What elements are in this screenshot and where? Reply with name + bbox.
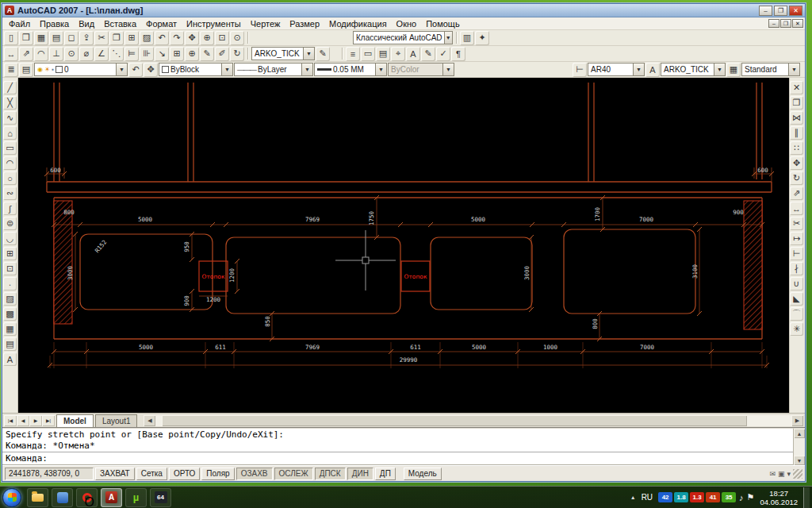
gradient-icon[interactable]: ▩ xyxy=(3,307,17,321)
construction-line-icon[interactable]: ╳ xyxy=(3,96,17,110)
workspace-settings-icon[interactable]: ✦ xyxy=(475,31,489,45)
insert-block-icon[interactable]: ⊞ xyxy=(3,247,17,260)
blue-app-taskbar-button[interactable] xyxy=(52,488,73,507)
break-icon[interactable]: ∤ xyxy=(790,262,803,275)
plot-preview-icon[interactable]: ◻ xyxy=(64,31,79,45)
status-menu-icon[interactable]: ▾ xyxy=(787,470,791,478)
volume-icon[interactable]: ♪ xyxy=(739,493,744,502)
zoom-window-icon[interactable]: ⊡ xyxy=(215,31,229,45)
textstyle-combobox[interactable]: ARKO_TICK ▼ xyxy=(661,63,726,76)
dim-update-icon[interactable]: ↻ xyxy=(230,47,244,61)
scroll-up-icon[interactable]: ▲ xyxy=(794,429,805,438)
status-toggle-8[interactable]: ДИН xyxy=(347,468,373,480)
publish-icon[interactable]: ⇪ xyxy=(79,31,94,45)
spell-check-icon[interactable]: ✓ xyxy=(436,47,450,61)
scroll-left-icon[interactable]: ◀ xyxy=(144,415,155,426)
action-center-flag-icon[interactable]: ⚑ xyxy=(747,492,755,502)
status-toggle-4[interactable]: Поляр xyxy=(201,468,234,480)
tray-badge-4[interactable]: 41 xyxy=(706,492,720,502)
status-toggle-3[interactable]: ОРТО xyxy=(169,468,200,480)
copy-icon[interactable]: ❐ xyxy=(109,31,124,45)
dim-aligned-icon[interactable]: ⇗ xyxy=(19,47,33,61)
mdi-minimize-button[interactable]: – xyxy=(768,19,779,28)
scroll-down-icon[interactable]: ▼ xyxy=(794,456,805,465)
tab-nav-3[interactable]: ▶ xyxy=(29,415,42,426)
point-icon[interactable]: ∙ xyxy=(3,277,17,291)
match-properties-icon[interactable]: ▨ xyxy=(140,31,154,45)
chevron-down-icon[interactable]: ▼ xyxy=(714,64,725,75)
x64-taskbar-button[interactable]: 64 xyxy=(150,488,171,507)
dim-baseline-icon[interactable]: ⊨ xyxy=(124,47,139,61)
dim-center-mark-icon[interactable]: ⊕ xyxy=(185,47,199,61)
dimstyle-name-combobox[interactable]: AR40 ▼ xyxy=(588,63,645,76)
menu-item-6[interactable]: Инструменты xyxy=(182,18,246,29)
start-button[interactable] xyxy=(2,488,21,507)
show-desktop-button[interactable] xyxy=(803,487,810,508)
save-file-icon[interactable]: ▦ xyxy=(34,31,48,45)
chevron-down-icon[interactable]: ▼ xyxy=(301,64,312,75)
menu-item-9[interactable]: Модификация xyxy=(324,18,392,29)
status-toggle-5[interactable]: ОЗАХВ xyxy=(236,468,273,480)
utorrent-taskbar-button[interactable]: µ xyxy=(125,488,147,507)
stretch-icon[interactable]: ↔ xyxy=(790,202,803,215)
single-line-text-icon[interactable]: A xyxy=(406,47,420,61)
explode-icon[interactable]: ✳ xyxy=(790,322,803,336)
new-file-icon[interactable]: ▯ xyxy=(4,31,18,45)
status-toggle-1[interactable]: ЗАХВАТ xyxy=(95,468,135,480)
hatch-icon[interactable]: ▨ xyxy=(3,292,17,306)
list-icon[interactable]: ▤ xyxy=(376,47,390,61)
chevron-down-icon[interactable]: ▼ xyxy=(444,32,452,44)
region-icon[interactable]: ▦ xyxy=(3,322,17,336)
language-indicator[interactable]: RU xyxy=(639,492,655,502)
fillet-icon[interactable]: ⌒ xyxy=(790,307,803,321)
dim-diameter-icon[interactable]: ⌀ xyxy=(79,47,94,61)
array-icon[interactable]: ∷ xyxy=(790,141,803,155)
zoom-previous-icon[interactable]: ⊙ xyxy=(230,31,244,45)
ellipse-arc-icon[interactable]: ◡ xyxy=(3,232,17,245)
multiline-text-icon[interactable]: A xyxy=(3,352,17,366)
erase-icon[interactable]: ✕ xyxy=(790,81,803,94)
rotate-icon[interactable]: ↻ xyxy=(790,171,803,185)
mirror-icon[interactable]: ⋈ xyxy=(790,111,803,125)
tray-badge-3[interactable]: 1.3 xyxy=(690,492,704,502)
tab-layout1[interactable]: Layout1 xyxy=(95,414,138,427)
dim-ordinate-icon[interactable]: ⊥ xyxy=(49,47,63,61)
command-prompt[interactable]: Команда: xyxy=(2,452,793,464)
table-icon[interactable]: ▤ xyxy=(3,337,17,351)
tray-badge-5[interactable]: 35 xyxy=(722,492,736,502)
tab-nav-4[interactable]: ▶| xyxy=(42,415,55,426)
menu-item-4[interactable]: Вставка xyxy=(99,18,141,29)
paste-icon[interactable]: ⊞ xyxy=(124,31,139,45)
chamfer-icon[interactable]: ◣ xyxy=(790,292,803,306)
locate-point-icon[interactable]: ⌖ xyxy=(391,47,405,61)
layer-previous-icon[interactable]: ↶ xyxy=(128,63,143,77)
dimstyle-icon[interactable]: ⊢ xyxy=(573,63,587,77)
layer-states-icon[interactable]: ▤ xyxy=(19,63,33,77)
undo-icon[interactable]: ↶ xyxy=(155,31,169,45)
open-file-icon[interactable]: ❒ xyxy=(19,31,33,45)
polyline-icon[interactable]: ∿ xyxy=(3,111,17,125)
status-toggle-9[interactable]: ДП xyxy=(375,468,396,480)
scrollbar-track[interactable] xyxy=(794,438,805,456)
dim-arc-length-icon[interactable]: ◠ xyxy=(34,47,48,61)
extend-icon[interactable]: ↦ xyxy=(790,232,803,245)
area-icon[interactable]: ▭ xyxy=(361,47,375,61)
mdi-restore-button[interactable]: ❐ xyxy=(780,19,791,28)
dim-edit-icon[interactable]: ✎ xyxy=(200,47,214,61)
arc-icon[interactable]: ◠ xyxy=(3,156,17,170)
status-toggle-2[interactable]: Сетка xyxy=(136,468,167,480)
drawing-canvas[interactable]: 6006008005000796950007000900175017003000… xyxy=(18,78,789,413)
offset-icon[interactable]: ∥ xyxy=(790,126,803,140)
title-bar[interactable]: A AutoCAD 2007 - [L:\план.dwg] – ❐ ✕ xyxy=(2,4,805,17)
minimize-button[interactable]: – xyxy=(759,6,772,16)
layer-properties-icon[interactable]: ≣ xyxy=(4,63,18,77)
break-at-point-icon[interactable]: ⊢ xyxy=(790,247,803,260)
dimstyle-edit-icon[interactable]: ✎ xyxy=(316,47,330,61)
zoom-realtime-icon[interactable]: ⊕ xyxy=(200,31,214,45)
explorer-taskbar-button[interactable] xyxy=(27,488,48,507)
toolbar-lock-icon[interactable]: ▣ xyxy=(778,470,785,478)
circle-icon[interactable]: ○ xyxy=(3,171,17,185)
menu-item-2[interactable]: Правка xyxy=(35,18,74,29)
lineweight-combobox[interactable]: 0.05 MM ▼ xyxy=(314,63,387,76)
chevron-down-icon[interactable]: ▼ xyxy=(116,64,127,75)
